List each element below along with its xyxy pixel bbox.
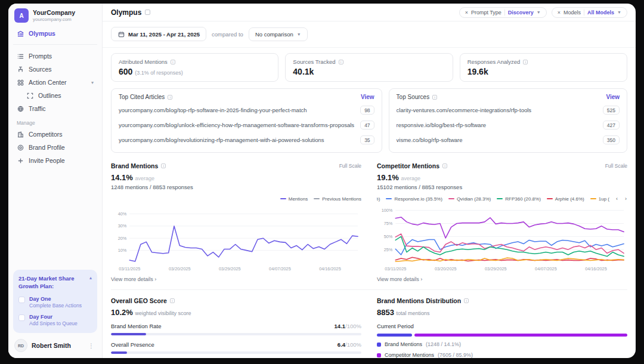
view-more-link[interactable]: View more details ›	[111, 276, 361, 282]
sidebar-item-sources[interactable]: Sources	[13, 63, 97, 76]
collapse-icon[interactable]: ▴	[89, 275, 92, 291]
geo-score-suffix: weighted visibility score	[135, 310, 191, 316]
filter-chip-prompt-type[interactable]: × Prompt Type Discovery ▼	[459, 7, 547, 18]
full-scale-toggle[interactable]: Full Scale	[605, 163, 627, 169]
stat-card-responses-analyzed: Responses Analyzedi 19.6k	[460, 53, 627, 82]
legend-item[interactable]: Mentions	[280, 196, 308, 202]
list-item[interactable]: clarity-ventures.com/ecommerce-integrati…	[397, 103, 620, 118]
svg-text:10%: 10%	[118, 248, 127, 253]
sidebar-item-label: Olympus	[29, 30, 55, 37]
list-item[interactable]: yourcompany.com/blog/revolutionizing-rfp…	[119, 132, 374, 147]
progress-track	[111, 351, 361, 354]
metric-value: 14.1	[335, 323, 346, 329]
chart-legend: Loopio (72.1%) Responsive.io (35.5%) Qvi…	[377, 195, 627, 202]
sidebar-item-invite-people[interactable]: Invite People	[13, 154, 97, 167]
list-item[interactable]: yourcompany.com/blog/unlock-efficiency-h…	[119, 118, 374, 132]
company-domain: yourcompany.com	[33, 17, 75, 22]
svg-text:04/16/2025: 04/16/2025	[585, 266, 607, 272]
stat-card-attributed-mentions: Attributed Mentionsi 600 (3.1% of respon…	[111, 53, 278, 82]
info-square-icon[interactable]	[145, 10, 150, 15]
sidebar-item-action-center[interactable]: Action Center ▾	[13, 76, 97, 89]
globe-icon	[17, 105, 24, 112]
legend-label: Mentions	[289, 196, 308, 202]
competitor-mentions-line-chart[interactable]: 25%50%75%100%03/11/202503/20/202503/29/2…	[377, 203, 627, 274]
full-scale-toggle[interactable]: Full Scale	[339, 163, 361, 169]
sidebar-item-traffic[interactable]: Traffic	[13, 102, 97, 115]
info-icon[interactable]: i	[168, 95, 172, 100]
mentions-summary: 1248 mentions / 8853 responses	[111, 184, 361, 190]
legend-prev-icon[interactable]: ‹	[615, 196, 618, 202]
info-icon[interactable]: i	[442, 164, 447, 168]
legend-label: Loopio (72.1%)	[377, 196, 380, 202]
section-title: Overall GEO Score	[111, 297, 167, 304]
sidebar-item-competitors[interactable]: Competitors	[13, 128, 97, 141]
user-menu[interactable]: RD Robert Smith ⋮	[13, 333, 97, 353]
task-title: Day One	[29, 296, 82, 302]
info-icon[interactable]: i	[464, 298, 469, 303]
stat-label: Attributed Mentions	[119, 58, 168, 65]
sidebar-item-brand-profile[interactable]: Brand Profile	[13, 141, 97, 154]
legend-item[interactable]: Arphie (4.6%)	[547, 196, 584, 202]
workspace-switcher[interactable]: A YourCompany yourcompany.com	[13, 7, 97, 26]
hierarchy-icon	[17, 66, 24, 73]
filter-value: All Models	[587, 10, 614, 16]
date-range-button[interactable]: Mar 11, 2025 - Apr 21, 2025	[111, 27, 206, 41]
info-icon[interactable]: i	[171, 60, 175, 64]
legend-swatch	[590, 198, 596, 199]
list-item[interactable]: responsive.io/blog/best-rfp-software427	[397, 118, 620, 132]
count-badge: 98	[360, 106, 374, 115]
competitor-mentions-section: Competitor Mentions i Full Scale 19.1% a…	[377, 162, 627, 282]
info-icon[interactable]: i	[161, 164, 166, 168]
kebab-menu-icon[interactable]: ⋮	[86, 343, 96, 349]
info-icon[interactable]: i	[523, 60, 528, 64]
info-icon[interactable]: i	[170, 298, 175, 303]
legend-swatch	[448, 198, 454, 199]
legend-detail: (7605 / 85.9%)	[438, 352, 473, 358]
list-item[interactable]: yourcompany.com/blog/top-rfp-software-in…	[119, 103, 374, 118]
metric-max: /100%	[345, 341, 361, 348]
sidebar-item-olympus[interactable]: Olympus	[13, 26, 97, 41]
legend-label: Previous Mentions	[322, 196, 361, 202]
user-name: Robert Smith	[32, 342, 82, 349]
company-name: YourCompany	[33, 9, 75, 17]
legend-item[interactable]: Loopio (72.1%)	[377, 196, 380, 202]
article-url: yourcompany.com/blog/unlock-efficiency-h…	[119, 122, 360, 128]
svg-text:03/20/2025: 03/20/2025	[435, 266, 457, 272]
chevron-down-icon: ▼	[537, 10, 541, 14]
svg-text:03/29/2025: 03/29/2025	[219, 266, 241, 272]
stat-label: Responses Analyzed	[467, 58, 521, 65]
list-item[interactable]: visme.co/blog/rfp-software350	[397, 132, 620, 147]
legend-next-icon[interactable]: ›	[624, 196, 627, 202]
view-link[interactable]: View	[606, 94, 620, 100]
sidebar-item-label: Prompts	[29, 53, 52, 60]
info-icon[interactable]: i	[432, 95, 437, 100]
view-more-link[interactable]: View more details ›	[377, 276, 627, 282]
legend-item[interactable]: 1up (	[590, 196, 609, 202]
brand-mentions-line-chart[interactable]: 10%20%30%40%03/11/202503/20/202503/29/20…	[111, 203, 361, 274]
task-checkbox[interactable]	[18, 297, 25, 303]
svg-text:03/29/2025: 03/29/2025	[485, 266, 507, 272]
legend-item[interactable]: Qvidian (28.3%)	[448, 196, 491, 202]
filter-chip-models[interactable]: × Models All Models ▼	[552, 7, 627, 18]
filter-value: Discovery	[508, 10, 534, 16]
sidebar-item-label: Action Center	[29, 79, 86, 86]
article-url: yourcompany.com/blog/top-rfp-software-in…	[119, 107, 360, 113]
legend-item[interactable]: Responsive.io (35.5%)	[386, 196, 442, 202]
info-icon[interactable]: i	[339, 60, 343, 64]
chart-legend: Mentions Previous Mentions	[111, 195, 361, 202]
comparison-select[interactable]: No comparison ▼	[249, 27, 308, 41]
filter-label: Prompt Type	[471, 10, 501, 16]
growth-plan-card: 21-Day Market Share Growth Plan: ▴ Day O…	[13, 270, 97, 333]
task-checkbox[interactable]	[18, 314, 25, 321]
view-link[interactable]: View	[361, 94, 374, 100]
legend-item[interactable]: RFP360 (20.8%)	[497, 196, 541, 202]
legend-item[interactable]: Previous Mentions	[314, 196, 361, 202]
close-icon[interactable]: ×	[465, 10, 468, 16]
close-icon[interactable]: ×	[558, 10, 561, 16]
top-bar: Olympus × Prompt Type Discovery ▼ × Mode…	[103, 4, 636, 21]
progress-track	[111, 333, 361, 335]
sidebar-item-prompts[interactable]: Prompts	[13, 50, 97, 63]
sidebar-item-outlines[interactable]: Outlines	[13, 89, 97, 102]
legend-swatch	[386, 198, 392, 199]
svg-text:04/07/2025: 04/07/2025	[269, 266, 291, 272]
